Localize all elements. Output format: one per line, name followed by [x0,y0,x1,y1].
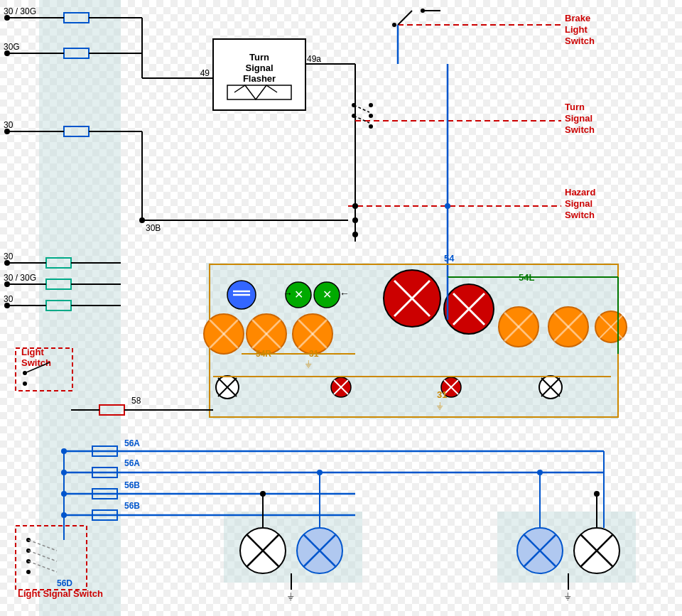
wire-49a-label: 49a [307,54,321,64]
wire-58-label: 58 [131,396,141,406]
wire-31-lower-label: 31 [437,389,447,400]
flasher-label: Turn [249,52,269,63]
turn-signal-switch-label: Turn [565,102,585,112]
svg-text:Switch: Switch [565,210,595,220]
wire-49-label: 49 [200,68,210,78]
svg-text:Flasher: Flasher [243,73,276,84]
svg-text:✕: ✕ [294,288,303,301]
svg-text:Signal: Signal [245,63,273,73]
label-30g: 30G [4,42,20,52]
svg-text:Signal: Signal [565,113,592,124]
svg-rect-4 [39,0,121,616]
ground-symbol-lower: ⏚ [437,399,443,411]
svg-text:Switch: Switch [21,357,51,368]
svg-point-128 [23,382,27,386]
wire-56d-label: 56D [57,578,72,588]
svg-point-75 [139,217,145,223]
svg-point-57 [445,203,450,209]
wiring-diagram: Turn Signal Flasher 49 49a Brake Light S… [0,0,682,616]
arrow-right: → [283,288,293,299]
hazard-switch-label: Hazard [565,187,595,198]
label-30-lower2: 30 [4,294,13,304]
svg-point-44 [369,114,373,118]
brake-switch-label: Brake [565,13,590,23]
label-30-30g-lower: 30 / 30G [4,273,36,283]
svg-point-173 [61,470,67,475]
svg-text:Signal: Signal [565,198,592,209]
svg-point-170 [594,491,600,497]
svg-point-169 [537,470,543,475]
light-signal-switch-label: Light Signal Switch [18,588,103,599]
svg-text:✕: ✕ [323,288,332,301]
svg-point-168 [317,470,323,475]
svg-point-49 [352,232,358,237]
svg-point-172 [61,448,67,454]
wire-54-label: 54 [444,253,455,264]
label-30-30g-top: 30 / 30G [4,6,36,16]
svg-point-167 [260,491,266,497]
ground-left: ⏚ [288,590,294,601]
svg-point-174 [61,491,67,497]
svg-point-47 [352,203,358,209]
svg-text:Switch: Switch [565,36,595,46]
wire-30b-label: 30B [146,223,161,233]
label-30-mid: 30 [4,120,13,130]
svg-text:Light: Light [565,24,588,35]
svg-text:Switch: Switch [565,124,595,135]
svg-point-34 [392,23,396,27]
label-30-lower1: 30 [4,252,13,261]
wire-56a-bot-label: 56A [124,458,140,468]
svg-point-48 [352,217,358,223]
svg-point-175 [61,512,67,518]
wire-56b-bot-label: 56B [124,501,140,511]
svg-point-145 [26,570,31,574]
wire-56b-top-label: 56B [124,480,140,490]
svg-point-43 [369,103,373,107]
svg-point-45 [369,124,373,129]
arrow-left: ← [340,288,350,299]
ground-right: ⏚ [565,590,571,601]
wire-56a-top-label: 56A [124,438,140,448]
ground-symbol-center: ⏚ [305,357,312,369]
